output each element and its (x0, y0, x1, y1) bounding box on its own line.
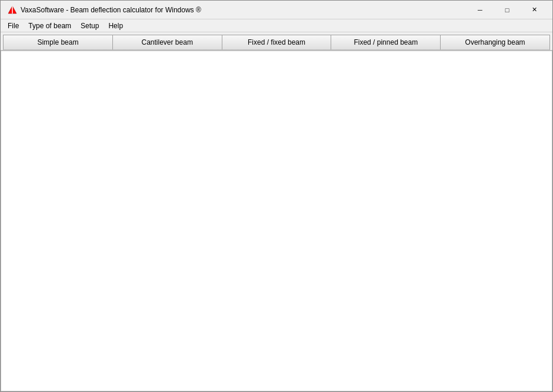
tab-cantilever-beam[interactable]: Cantilever beam (113, 35, 222, 50)
main-content (1, 51, 552, 391)
tab-overhanging-beam[interactable]: Overhanging beam (441, 35, 550, 50)
title-bar-text: VaxaSoftware - Beam deflection calculato… (21, 6, 201, 14)
menu-bar: File Type of beam Setup Help (1, 19, 552, 32)
title-bar-controls: ─ □ ✕ (467, 1, 548, 19)
tab-bar: Simple beam Cantilever beam Fixed / fixe… (1, 32, 552, 51)
app-icon (8, 5, 17, 15)
window-frame: VaxaSoftware - Beam deflection calculato… (0, 0, 553, 392)
title-bar: VaxaSoftware - Beam deflection calculato… (1, 1, 552, 19)
menu-help[interactable]: Help (104, 21, 128, 31)
maximize-button[interactable]: □ (494, 1, 521, 19)
tab-fixed-pinned-beam[interactable]: Fixed / pinned beam (331, 35, 441, 50)
tab-fixed-fixed-beam[interactable]: Fixed / fixed beam (222, 35, 332, 50)
close-button[interactable]: ✕ (521, 1, 548, 19)
menu-setup[interactable]: Setup (76, 21, 104, 31)
tab-simple-beam[interactable]: Simple beam (3, 35, 113, 50)
menu-type-of-beam[interactable]: Type of beam (24, 21, 76, 31)
title-bar-left: VaxaSoftware - Beam deflection calculato… (8, 5, 201, 15)
minimize-button[interactable]: ─ (467, 1, 494, 19)
menu-file[interactable]: File (3, 21, 24, 31)
